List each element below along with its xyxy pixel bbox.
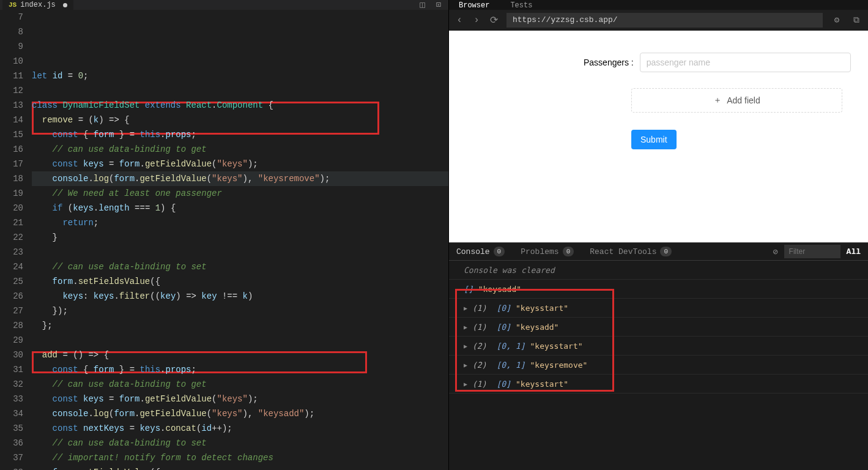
tab-console[interactable]: Console 0 (456, 247, 505, 256)
line-number: 17 (0, 157, 23, 171)
line-number: 28 (0, 318, 23, 333)
address-bar: ‹ › ⟳ ⚙ ⧉ (449, 10, 868, 31)
expand-arrow-icon[interactable]: ▶ (464, 305, 467, 311)
console-filter-input[interactable] (784, 245, 840, 258)
code-line[interactable]: // We need at least one passenger (32, 186, 448, 201)
array-length: (1) (472, 304, 486, 313)
code-line[interactable]: const { form } = this.props; (32, 127, 448, 142)
passenger-name-input[interactable] (640, 53, 851, 72)
code-line[interactable]: form.setFieldsValue({ (32, 274, 448, 289)
browser-tab-bar: Browser Tests (449, 0, 868, 10)
code-line[interactable]: }; (32, 318, 448, 333)
console-log-line[interactable]: ▶(1) [0]"keysstart" (449, 299, 868, 318)
line-number: 11 (0, 69, 23, 83)
more-actions-icon[interactable]: ⊡ (436, 0, 441, 10)
unsaved-dot-icon (63, 3, 67, 7)
code-line[interactable]: class DynamicFieldSet extends React.Comp… (32, 98, 448, 113)
console-log-line[interactable]: ▶(2) [0, 1]"keysremove" (449, 356, 868, 375)
line-number: 38 (0, 465, 23, 470)
code-line[interactable]: }); (32, 304, 448, 318)
console-output[interactable]: Console was cleared []"keysadd"▶(1) [0]"… (449, 261, 868, 470)
code-line[interactable]: return; (32, 215, 448, 230)
open-external-icon[interactable]: ⧉ (851, 15, 862, 25)
add-field-button[interactable]: ＋ Add field (631, 88, 842, 113)
right-pane: Browser Tests ‹ › ⟳ ⚙ ⧉ Passengers : ＋ A… (448, 0, 868, 470)
code-line[interactable]: let id = 0; (32, 69, 448, 83)
code-line[interactable]: // can use data-binding to set (32, 436, 448, 450)
code-line[interactable]: const nextKeys = keys.concat(id++); (32, 421, 448, 436)
line-number: 21 (0, 215, 23, 230)
submit-button[interactable]: Submit (631, 130, 677, 149)
code-line[interactable]: // can use data-binding to get (32, 142, 448, 157)
line-number: 32 (0, 377, 23, 392)
code-line[interactable]: remove = (k) => { (32, 113, 448, 127)
code-line[interactable]: // can use data-binding to set (32, 259, 448, 274)
code-line[interactable]: } (32, 230, 448, 245)
line-number: 19 (0, 186, 23, 201)
split-editor-icon[interactable]: ◫ (420, 0, 425, 10)
line-number: 31 (0, 362, 23, 377)
console-log-line[interactable]: []"keysadd" (449, 280, 868, 299)
code-line[interactable]: console.log(form.getFieldValue("keys"), … (32, 171, 448, 186)
console-log-line[interactable]: ▶(1) [0]"keysadd" (449, 318, 868, 337)
tab-react-devtools[interactable]: React DevTools 0 (590, 247, 672, 256)
line-number: 18 (0, 171, 23, 186)
expand-arrow-icon[interactable]: ▶ (464, 343, 467, 349)
react-count-badge: 0 (660, 247, 672, 256)
expand-arrow-icon[interactable]: ▶ (464, 381, 467, 387)
code-line[interactable]: // important! notify form to detect chan… (32, 450, 448, 465)
code-body[interactable]: let id = 0;class DynamicFieldSet extends… (32, 10, 448, 470)
console-log-line[interactable]: ▶(2) [0, 1]"keysstart" (449, 337, 868, 356)
line-number: 36 (0, 436, 23, 450)
line-number: 33 (0, 392, 23, 406)
line-number: 26 (0, 289, 23, 304)
line-number: 34 (0, 406, 23, 421)
url-input[interactable] (506, 13, 823, 28)
array-length: (2) (472, 360, 486, 370)
console-log-line[interactable]: ▶(1) [0]"keysstart" (449, 375, 868, 394)
expand-arrow-icon[interactable]: ▶ (464, 324, 467, 330)
array-value: [0] (497, 323, 511, 332)
code-line[interactable]: if (keys.length === 1) { (32, 201, 448, 215)
line-number: 29 (0, 333, 23, 348)
code-line[interactable]: console.log(form.getFieldValue("keys"), … (32, 406, 448, 421)
back-icon[interactable]: ‹ (455, 15, 464, 26)
code-line[interactable]: add = () => { (32, 348, 448, 362)
code-editor[interactable]: 7891011121314151617181920212223242526272… (0, 10, 448, 470)
tab-problems[interactable]: Problems 0 (521, 247, 574, 256)
array-value: [0, 1] (497, 341, 525, 351)
file-tab[interactable]: JS index.js (2, 0, 73, 10)
forward-icon[interactable]: › (472, 15, 481, 26)
log-string: "keysstart" (530, 341, 582, 351)
code-line[interactable]: const { form } = this.props; (32, 362, 448, 377)
log-level-select[interactable]: All (847, 247, 861, 256)
line-number: 13 (0, 98, 23, 113)
js-file-icon: JS (9, 1, 17, 9)
code-line[interactable]: keys: keys.filter((key) => key !== k) (32, 289, 448, 304)
array-length: (1) (472, 323, 486, 332)
code-line[interactable]: // can use data-binding to get (32, 377, 448, 392)
editor-tab-bar: JS index.js ◫ ⊡ (0, 0, 448, 10)
settings-gear-icon[interactable]: ⚙ (831, 15, 842, 25)
line-number: 30 (0, 348, 23, 362)
code-line[interactable] (32, 83, 448, 98)
array-value: [0] (497, 379, 511, 389)
code-line[interactable] (32, 245, 448, 259)
tab-browser[interactable]: Browser (454, 1, 494, 10)
file-tab-label: index.js (20, 1, 56, 9)
code-line[interactable] (32, 333, 448, 348)
log-string: "keysadd" (516, 323, 558, 332)
line-number: 25 (0, 274, 23, 289)
expand-arrow-icon[interactable]: ▶ (464, 362, 467, 368)
code-line[interactable]: form.setFieldsValue({ (32, 465, 448, 470)
array-value: [0] (497, 304, 511, 313)
line-number: 37 (0, 450, 23, 465)
app-preview: Passengers : ＋ Add field Submit (449, 31, 868, 242)
line-number: 9 (0, 39, 23, 54)
reload-icon[interactable]: ⟳ (489, 14, 498, 26)
clear-console-icon[interactable]: ⊘ (773, 247, 777, 257)
line-number: 20 (0, 201, 23, 215)
code-line[interactable]: const keys = form.getFieldValue("keys"); (32, 157, 448, 171)
code-line[interactable]: const keys = form.getFieldValue("keys"); (32, 392, 448, 406)
tab-tests[interactable]: Tests (505, 1, 537, 10)
